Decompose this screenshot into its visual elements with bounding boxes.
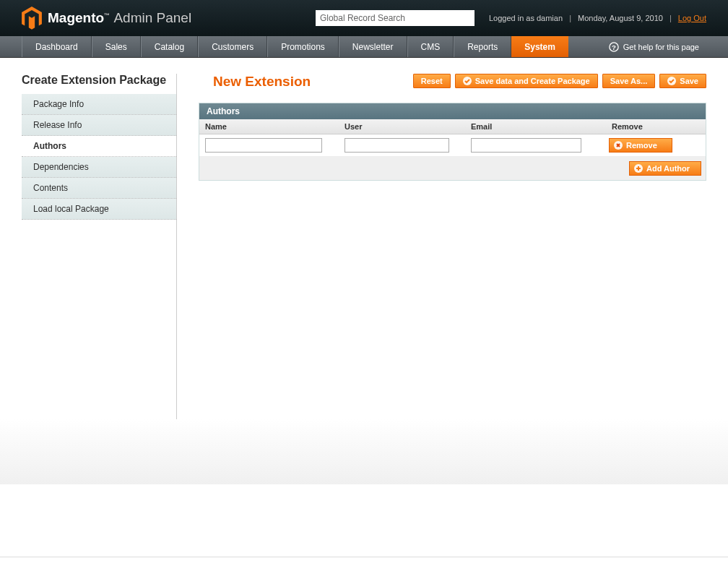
nav-promotions[interactable]: Promotions: [267, 36, 339, 57]
help-icon: ?: [609, 42, 619, 52]
add-author-button[interactable]: Add Author: [629, 161, 701, 176]
nav-newsletter[interactable]: Newsletter: [339, 36, 407, 57]
plus-icon: [634, 164, 643, 173]
magento-logo-icon: [22, 7, 42, 30]
logo-text: Magento™ Admin Panel: [48, 10, 191, 26]
nav-customers[interactable]: Customers: [198, 36, 267, 57]
nav-dashboard[interactable]: Dashboard: [22, 36, 92, 57]
header-date: Monday, August 9, 2010: [578, 14, 663, 22]
author-row: Remove: [199, 134, 706, 157]
tab-load-local-package[interactable]: Load local Package: [22, 199, 176, 220]
help-link[interactable]: ? Get help for this page: [602, 36, 706, 57]
check-icon: [463, 77, 472, 85]
author-email-input[interactable]: [471, 138, 581, 153]
svg-text:?: ?: [612, 43, 616, 51]
col-remove: Remove: [606, 119, 706, 134]
nav-system[interactable]: System: [511, 36, 568, 57]
remove-author-button[interactable]: Remove: [609, 138, 672, 153]
page-title: New Extension: [199, 74, 311, 90]
logged-in-label: Logged in as damian: [489, 14, 563, 22]
grid-header: Name User Email Remove: [199, 119, 706, 134]
nav-cms[interactable]: CMS: [407, 36, 454, 57]
main-content: New Extension Reset Save data and Create…: [177, 74, 706, 419]
reset-button[interactable]: Reset: [413, 74, 451, 88]
global-search-input[interactable]: [316, 10, 474, 26]
header: Magento™ Admin Panel Logged in as damian…: [0, 0, 728, 36]
nav-reports[interactable]: Reports: [454, 36, 511, 57]
check-icon: [667, 77, 676, 85]
header-info: Logged in as damian | Monday, August 9, …: [489, 14, 706, 22]
nav-sales[interactable]: Sales: [92, 36, 141, 57]
delete-icon: [614, 141, 623, 150]
tab-contents[interactable]: Contents: [22, 178, 176, 199]
logo: Magento™ Admin Panel: [22, 7, 191, 30]
panel-title: Authors: [199, 103, 706, 119]
save-create-package-button[interactable]: Save data and Create Package: [455, 74, 598, 88]
sidebar-title: Create Extension Package: [22, 74, 176, 87]
tab-dependencies[interactable]: Dependencies: [22, 157, 176, 178]
tab-package-info[interactable]: Package Info: [22, 94, 176, 115]
author-user-input[interactable]: [344, 138, 449, 153]
tab-release-info[interactable]: Release Info: [22, 115, 176, 136]
author-name-input[interactable]: [205, 138, 322, 153]
main-nav: Dashboard Sales Catalog Customers Promot…: [0, 36, 728, 58]
sidebar: Create Extension Package Package Info Re…: [22, 74, 177, 419]
save-button[interactable]: Save: [659, 74, 706, 88]
nav-catalog[interactable]: Catalog: [141, 36, 198, 57]
tab-authors[interactable]: Authors: [22, 136, 176, 157]
col-email: Email: [465, 119, 606, 134]
footer: Help Us Keep Magento Healthy - Report Al…: [0, 557, 728, 566]
col-name: Name: [199, 119, 339, 134]
logout-link[interactable]: Log Out: [678, 14, 706, 22]
col-user: User: [339, 119, 465, 134]
save-as-button[interactable]: Save As...: [602, 74, 656, 88]
authors-panel: Authors Name User Email Remove Remove: [199, 103, 706, 181]
